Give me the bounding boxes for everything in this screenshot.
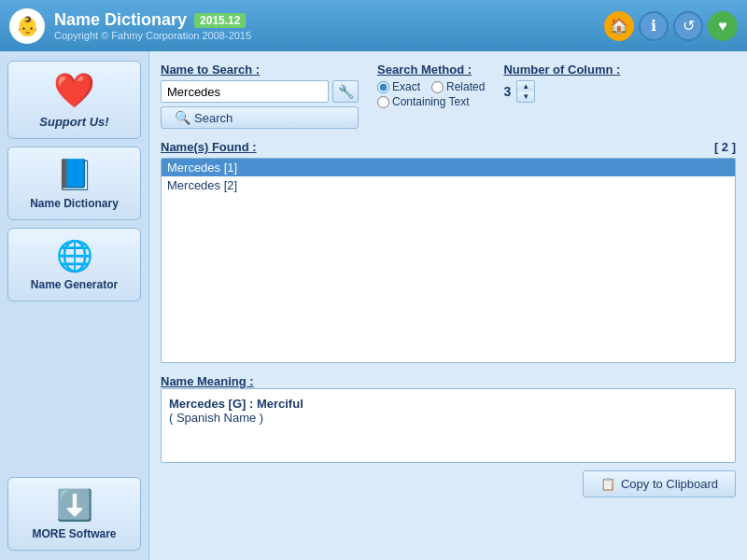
info-button[interactable]: ℹ xyxy=(639,11,669,41)
column-control: 3 ▲ ▼ xyxy=(503,80,620,103)
name-meaning-section: Name Meaning : Mercedes [G] : Merciful (… xyxy=(161,374,736,463)
name-item-mercedes-2[interactable]: Mercedes [2] xyxy=(162,176,735,194)
copy-label: Copy to Clipboard xyxy=(621,477,718,491)
support-label: Support Us! xyxy=(39,115,108,129)
sync-button[interactable]: ↺ xyxy=(673,11,703,41)
filter-button[interactable]: 🔧 xyxy=(332,80,359,103)
radio-containing-label: Containing Text xyxy=(392,95,470,108)
app-name-row: Name Dictionary 2015.12 xyxy=(54,10,595,30)
sidebar-label-more-software: MORE Software xyxy=(32,527,116,540)
favorite-button[interactable]: ♥ xyxy=(708,11,738,41)
globe-icon: 🌐 xyxy=(56,238,93,273)
app-name: Name Dictionary xyxy=(54,10,187,30)
title-buttons: 🏠 ℹ ↺ ♥ xyxy=(604,11,738,41)
spinner-up-button[interactable]: ▲ xyxy=(517,81,534,91)
name-to-search-section: Name to Search : 🔧 🔍 Search xyxy=(161,63,359,129)
meaning-name-extra: ( Spanish Name ) xyxy=(169,411,727,425)
sidebar-item-name-generator[interactable]: 🌐 Name Generator xyxy=(7,228,141,301)
search-label: Name to Search : xyxy=(161,63,359,77)
search-method-radio-group: Exact Related Containing Text xyxy=(377,80,485,108)
search-method-section: Search Method : Exact Related xyxy=(377,63,485,108)
names-found-label: Name(s) Found : xyxy=(161,140,257,154)
search-input[interactable] xyxy=(161,80,329,103)
meaning-name-bold: Mercedes [G] : Merciful xyxy=(169,397,727,411)
search-button[interactable]: 🔍 Search xyxy=(161,106,359,129)
heart-icon: ❤️ xyxy=(53,71,95,110)
content-area: Name to Search : 🔧 🔍 Search Search Metho… xyxy=(149,51,747,560)
radio-containing[interactable]: Containing Text xyxy=(377,95,470,108)
column-section: Number of Column : 3 ▲ ▼ xyxy=(503,63,620,103)
search-input-row: 🔧 xyxy=(161,80,359,103)
radio-row-1: Exact Related xyxy=(377,80,485,93)
search-button-label: Search xyxy=(194,111,233,125)
radio-exact[interactable]: Exact xyxy=(377,80,420,93)
names-header: Name(s) Found : [ 2 ] xyxy=(161,140,736,154)
copyright-text: Copyright © Fahmy Corporation 2008-2015 xyxy=(54,30,595,41)
meaning-text: Mercedes [G] : Merciful ( Spanish Name ) xyxy=(169,397,727,425)
sidebar-spacer xyxy=(7,309,141,469)
search-icon: 🔍 xyxy=(175,110,190,125)
radio-exact-label: Exact xyxy=(392,80,420,93)
download-icon: ⬇️ xyxy=(56,487,93,523)
search-row: Name to Search : 🔧 🔍 Search Search Metho… xyxy=(161,63,736,129)
app-version: 2015.12 xyxy=(194,13,246,28)
meaning-name-bold-text: Mercedes [G] : Merciful xyxy=(169,397,303,411)
title-bar: 👶 Name Dictionary 2015.12 Copyright © Fa… xyxy=(0,0,747,51)
names-count: [ 2 ] xyxy=(714,140,736,154)
names-found-section: Name(s) Found : [ 2 ] Mercedes [1] Merce… xyxy=(161,140,736,363)
copy-icon: 📋 xyxy=(600,477,615,491)
radio-related-label: Related xyxy=(446,80,485,93)
support-button[interactable]: ❤️ Support Us! xyxy=(7,61,141,139)
spinner-down-button[interactable]: ▼ xyxy=(517,91,534,102)
column-label: Number of Column : xyxy=(503,63,620,77)
column-count: 3 xyxy=(503,84,511,99)
copy-to-clipboard-button[interactable]: 📋 Copy to Clipboard xyxy=(583,470,736,497)
app-logo: 👶 xyxy=(9,8,45,44)
radio-exact-input[interactable] xyxy=(377,81,389,93)
sidebar-item-more-software[interactable]: ⬇️ MORE Software xyxy=(7,477,141,551)
sidebar-label-name-generator: Name Generator xyxy=(31,278,118,291)
home-button[interactable]: 🏠 xyxy=(604,11,634,41)
title-text: Name Dictionary 2015.12 Copyright © Fahm… xyxy=(54,10,595,41)
meaning-box: Mercedes [G] : Merciful ( Spanish Name ) xyxy=(161,388,736,463)
radio-related-input[interactable] xyxy=(431,81,444,93)
search-method-label: Search Method : xyxy=(377,63,485,77)
name-item-mercedes-1[interactable]: Mercedes [1] xyxy=(162,159,735,176)
radio-related[interactable]: Related xyxy=(431,80,485,93)
footer-area: 📋 Copy to Clipboard xyxy=(161,470,736,497)
column-spinner: ▲ ▼ xyxy=(516,80,535,103)
radio-row-2: Containing Text xyxy=(377,95,485,108)
sidebar-label-name-dictionary: Name Dictionary xyxy=(30,197,119,210)
radio-containing-input[interactable] xyxy=(377,96,389,108)
sidebar: ❤️ Support Us! 📘 Name Dictionary 🌐 Name … xyxy=(0,51,149,560)
name-meaning-label: Name Meaning : xyxy=(161,374,254,388)
sidebar-item-name-dictionary[interactable]: 📘 Name Dictionary xyxy=(7,147,141,220)
book-icon: 📘 xyxy=(56,157,93,192)
names-list[interactable]: Mercedes [1] Mercedes [2] xyxy=(161,158,736,363)
main-layout: ❤️ Support Us! 📘 Name Dictionary 🌐 Name … xyxy=(0,51,747,560)
